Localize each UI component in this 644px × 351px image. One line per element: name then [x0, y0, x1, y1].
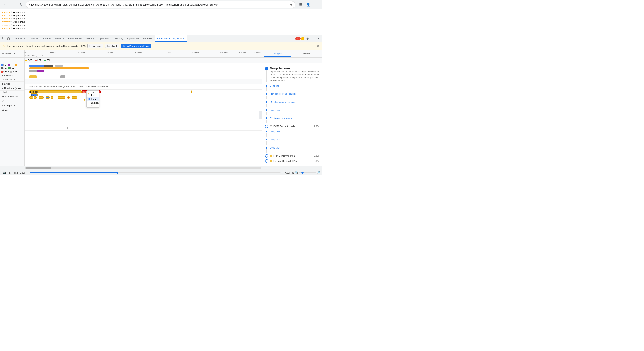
event-dot-8: [266, 147, 268, 148]
tick-4000ms: 4,000ms: [163, 52, 171, 54]
timeline-scrollbar[interactable]: [0, 166, 322, 170]
renderer-label: Renderer (main): [4, 87, 22, 90]
close-devtools-icon[interactable]: ✕: [316, 36, 321, 41]
legend-js: js: [15, 64, 19, 66]
long-task-1-link[interactable]: Long task: [270, 84, 280, 91]
track-label-renderer[interactable]: ▶ Renderer (main): [0, 86, 24, 91]
tab-network[interactable]: Network: [53, 35, 66, 42]
tab-close-performance-insights[interactable]: ✕: [183, 37, 184, 40]
tick-4800ms: 4,800ms: [192, 52, 200, 54]
dcl-milestone: DOM Content Loaded 1.23s: [265, 124, 320, 128]
event-connector-6: [266, 133, 267, 136]
task-tooltip: Run Task Load Function Call: [86, 90, 99, 108]
tab-security[interactable]: Security: [112, 35, 125, 42]
net-bar-other-1: [56, 65, 62, 67]
zoom-in-button[interactable]: 🔎: [317, 171, 320, 174]
tab-lighthouse[interactable]: Lighthouse: [125, 35, 141, 42]
more-options-icon[interactable]: ⋮: [310, 36, 316, 41]
tooltip-function-call[interactable]: Function Call: [86, 101, 99, 107]
event-dot-7: [266, 139, 268, 140]
forward-button[interactable]: →: [10, 2, 16, 8]
playback-thumb[interactable]: [116, 172, 118, 174]
extensions-button[interactable]: ☰: [297, 1, 304, 8]
legend-media-label: media: [4, 70, 9, 73]
inspect-icon[interactable]: [1, 36, 6, 41]
zoom-thumb[interactable]: [302, 172, 304, 174]
insights-panel-header: Insights Details: [262, 50, 322, 57]
address-bar[interactable]: ● localhost:4200/iframe.html?args=elemen…: [26, 1, 296, 8]
track-label-timings: Timings: [0, 82, 24, 86]
devtools-header: Elements Console Sources Network Perform…: [0, 35, 322, 42]
performance-measure-link[interactable]: Performance measure: [270, 116, 293, 123]
feedback-button[interactable]: Feedback: [105, 44, 119, 48]
tick-0ms: 0ms: [23, 52, 26, 54]
render-blocking-2-link[interactable]: Render blocking request: [270, 100, 296, 107]
rating-label-6: Appropriate: [13, 27, 26, 30]
tab-console[interactable]: Console: [27, 35, 40, 42]
play-button[interactable]: ▶: [8, 170, 12, 175]
device-icon[interactable]: [6, 36, 12, 41]
task-bar-run-task-1[interactable]: Run Task: [29, 90, 82, 94]
legend-js-color: [15, 64, 17, 66]
long-task-5-link[interactable]: Long task: [270, 146, 280, 153]
timeline-cursor: [110, 58, 110, 63]
main-label: Main: [4, 91, 8, 94]
long-task-3-link[interactable]: Long task: [270, 130, 280, 136]
track-label-worker: Worker: [0, 108, 24, 112]
renderer-url: http://localhost:4200/iframe.html?args=e…: [29, 85, 108, 88]
main-content: ★★★★★ Appropriate ★★★★★ Appropriate ★★★★…: [0, 10, 322, 176]
menu-button[interactable]: ⋮: [312, 1, 320, 8]
track-label-compositor[interactable]: ▶ Compositor: [0, 104, 24, 108]
event-line-3: [265, 100, 268, 107]
task-bar-run-r[interactable]: R...: [30, 94, 38, 96]
event-connector-2: [266, 96, 267, 99]
zoom-slider[interactable]: [299, 172, 316, 173]
long-task-2-link[interactable]: Long task: [270, 108, 280, 115]
event-line-7: [265, 138, 268, 145]
timings-label: Timings: [2, 82, 10, 85]
playback-slider[interactable]: [30, 172, 280, 173]
back-button[interactable]: ←: [2, 2, 8, 8]
tick-800ms: 800ms: [50, 52, 56, 54]
event-connector-4: [266, 112, 267, 115]
compositor-marker: [67, 127, 68, 129]
tab-details[interactable]: Details: [293, 50, 320, 57]
tab-sources[interactable]: Sources: [40, 35, 53, 42]
tab-recorder[interactable]: Recorder: [141, 35, 155, 42]
refresh-button[interactable]: ↻: [18, 2, 24, 8]
tooltip-run-task-dot: [88, 93, 89, 95]
tooltip-load[interactable]: Load: [86, 97, 99, 101]
star-row-4: ★★★★★ Appropriate: [2, 20, 320, 23]
no-throttling-label: No throttling: [2, 52, 13, 55]
tab-memory[interactable]: Memory: [84, 35, 97, 42]
track-label-network[interactable]: ▶ Network: [0, 73, 24, 78]
scroll-thumb[interactable]: [26, 167, 51, 169]
tooltip-run-task[interactable]: Run Task: [86, 91, 99, 97]
nav-event-connector: [266, 70, 267, 82]
rewind-button[interactable]: ▮◀: [14, 170, 18, 175]
zoom-out-button[interactable]: 🔍: [295, 171, 299, 174]
devtools-right-icons: ✕ 2 1 ⚙ ⋮ ✕: [295, 36, 321, 41]
rating-label-1: Appropriate: [13, 11, 26, 14]
profile-button[interactable]: 👤: [305, 1, 312, 8]
dcl-circle-icon: [270, 125, 272, 128]
settings-icon[interactable]: ⚙: [305, 36, 310, 41]
render-blocking-1-link[interactable]: Render blocking request: [270, 92, 296, 99]
scroll-track[interactable]: [26, 167, 261, 169]
goto-performance-panel-button[interactable]: Go to Performance Panel: [121, 44, 152, 48]
legend-css-color: [8, 64, 10, 66]
long-task-4-link[interactable]: Long task: [270, 138, 280, 145]
error-badge: ✕ 2: [295, 37, 301, 40]
tab-insights[interactable]: Insights: [264, 50, 292, 57]
event-connector-8: [266, 150, 267, 153]
rating-label-2: Appropriate: [13, 14, 26, 17]
tab-elements[interactable]: Elements: [13, 35, 27, 42]
tab-application[interactable]: Application: [97, 35, 112, 42]
deprecation-close-button[interactable]: ✕: [317, 44, 320, 48]
tab-performance-insights[interactable]: Performance insights ⚠ ✕: [155, 35, 186, 42]
learn-more-button[interactable]: Learn more: [88, 44, 103, 48]
collapse-right-panel[interactable]: ›: [259, 110, 262, 119]
screenshot-button[interactable]: 📷: [2, 170, 6, 175]
tab-performance[interactable]: Performance: [66, 35, 84, 42]
legend-css-label: css: [11, 64, 14, 66]
